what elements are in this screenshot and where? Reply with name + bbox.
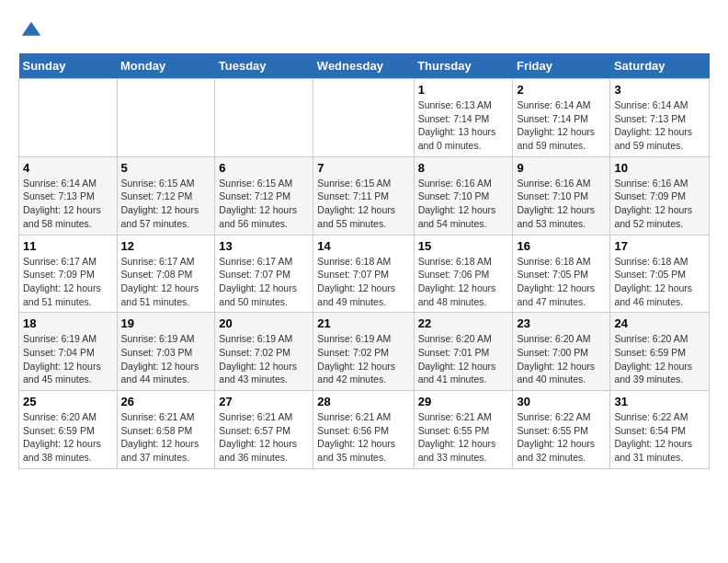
day-info: Sunrise: 6:15 AMSunset: 7:12 PMDaylight:… xyxy=(121,177,211,231)
week-row-1: 1Sunrise: 6:13 AMSunset: 7:14 PMDaylight… xyxy=(19,79,710,157)
day-number: 2 xyxy=(517,83,606,97)
day-info: Sunrise: 6:19 AMSunset: 7:02 PMDaylight:… xyxy=(219,332,309,386)
day-number: 25 xyxy=(23,395,113,408)
calendar-cell xyxy=(19,79,118,157)
day-number: 22 xyxy=(418,316,509,330)
day-info: Sunrise: 6:17 AMSunset: 7:07 PMDaylight:… xyxy=(219,255,309,309)
calendar-cell: 2Sunrise: 6:14 AMSunset: 7:14 PMDaylight… xyxy=(513,79,610,157)
day-number: 5 xyxy=(121,161,211,175)
calendar-cell: 28Sunrise: 6:21 AMSunset: 6:56 PMDayligh… xyxy=(313,391,414,469)
calendar-cell: 24Sunrise: 6:20 AMSunset: 6:59 PMDayligh… xyxy=(610,313,710,391)
page-header xyxy=(18,18,710,44)
day-info: Sunrise: 6:17 AMSunset: 7:09 PMDaylight:… xyxy=(23,255,113,309)
logo-icon xyxy=(18,18,44,44)
day-header-thursday: Thursday xyxy=(414,53,513,79)
day-info: Sunrise: 6:20 AMSunset: 7:00 PMDaylight:… xyxy=(517,332,606,386)
day-number: 20 xyxy=(219,316,309,330)
calendar-cell: 7Sunrise: 6:15 AMSunset: 7:11 PMDaylight… xyxy=(313,156,414,235)
day-number: 1 xyxy=(418,83,509,97)
day-info: Sunrise: 6:20 AMSunset: 7:01 PMDaylight:… xyxy=(418,332,509,386)
day-info: Sunrise: 6:18 AMSunset: 7:06 PMDaylight:… xyxy=(418,255,509,309)
header-row: SundayMondayTuesdayWednesdayThursdayFrid… xyxy=(19,53,710,79)
day-number: 30 xyxy=(517,395,606,408)
day-info: Sunrise: 6:16 AMSunset: 7:10 PMDaylight:… xyxy=(517,177,606,231)
calendar-cell: 11Sunrise: 6:17 AMSunset: 7:09 PMDayligh… xyxy=(19,235,118,313)
day-info: Sunrise: 6:21 AMSunset: 6:55 PMDaylight:… xyxy=(418,410,509,465)
calendar-cell: 18Sunrise: 6:19 AMSunset: 7:04 PMDayligh… xyxy=(19,313,118,391)
calendar-cell: 30Sunrise: 6:22 AMSunset: 6:55 PMDayligh… xyxy=(513,391,610,469)
day-number: 24 xyxy=(614,316,705,330)
calendar-cell: 27Sunrise: 6:21 AMSunset: 6:57 PMDayligh… xyxy=(215,391,313,469)
day-number: 3 xyxy=(614,83,705,97)
day-info: Sunrise: 6:13 AMSunset: 7:14 PMDaylight:… xyxy=(418,98,509,153)
calendar-cell: 19Sunrise: 6:19 AMSunset: 7:03 PMDayligh… xyxy=(117,313,215,391)
day-number: 8 xyxy=(418,161,509,175)
day-number: 19 xyxy=(121,316,211,330)
day-header-monday: Monday xyxy=(117,53,215,79)
calendar-cell: 26Sunrise: 6:21 AMSunset: 6:58 PMDayligh… xyxy=(117,391,215,469)
day-header-wednesday: Wednesday xyxy=(313,53,414,79)
day-info: Sunrise: 6:16 AMSunset: 7:10 PMDaylight:… xyxy=(418,177,509,231)
calendar-cell: 21Sunrise: 6:19 AMSunset: 7:02 PMDayligh… xyxy=(313,313,414,391)
calendar-cell xyxy=(215,79,313,157)
day-info: Sunrise: 6:20 AMSunset: 6:59 PMDaylight:… xyxy=(614,332,705,386)
calendar-cell: 9Sunrise: 6:16 AMSunset: 7:10 PMDaylight… xyxy=(513,156,610,235)
day-number: 31 xyxy=(614,395,705,408)
calendar-cell: 14Sunrise: 6:18 AMSunset: 7:07 PMDayligh… xyxy=(313,235,414,313)
day-info: Sunrise: 6:15 AMSunset: 7:12 PMDaylight:… xyxy=(219,177,309,231)
day-info: Sunrise: 6:19 AMSunset: 7:02 PMDaylight:… xyxy=(317,332,409,386)
week-row-5: 25Sunrise: 6:20 AMSunset: 6:59 PMDayligh… xyxy=(19,391,710,469)
week-row-2: 4Sunrise: 6:14 AMSunset: 7:13 PMDaylight… xyxy=(19,156,710,235)
day-info: Sunrise: 6:22 AMSunset: 6:54 PMDaylight:… xyxy=(614,410,705,465)
day-number: 16 xyxy=(517,239,606,253)
day-header-saturday: Saturday xyxy=(610,53,710,79)
day-info: Sunrise: 6:21 AMSunset: 6:57 PMDaylight:… xyxy=(219,410,309,465)
calendar-table: SundayMondayTuesdayWednesdayThursdayFrid… xyxy=(18,53,710,469)
calendar-cell: 22Sunrise: 6:20 AMSunset: 7:01 PMDayligh… xyxy=(414,313,513,391)
day-number: 29 xyxy=(418,395,509,408)
calendar-cell: 6Sunrise: 6:15 AMSunset: 7:12 PMDaylight… xyxy=(215,156,313,235)
calendar-cell: 15Sunrise: 6:18 AMSunset: 7:06 PMDayligh… xyxy=(414,235,513,313)
calendar-cell: 16Sunrise: 6:18 AMSunset: 7:05 PMDayligh… xyxy=(513,235,610,313)
calendar-cell: 4Sunrise: 6:14 AMSunset: 7:13 PMDaylight… xyxy=(19,156,118,235)
calendar-cell: 10Sunrise: 6:16 AMSunset: 7:09 PMDayligh… xyxy=(610,156,710,235)
day-number: 10 xyxy=(614,161,705,175)
day-info: Sunrise: 6:14 AMSunset: 7:14 PMDaylight:… xyxy=(517,98,606,153)
day-info: Sunrise: 6:18 AMSunset: 7:07 PMDaylight:… xyxy=(317,255,409,309)
day-number: 28 xyxy=(317,395,409,408)
day-info: Sunrise: 6:20 AMSunset: 6:59 PMDaylight:… xyxy=(23,410,113,465)
day-number: 13 xyxy=(219,239,309,253)
logo xyxy=(18,18,48,44)
week-row-3: 11Sunrise: 6:17 AMSunset: 7:09 PMDayligh… xyxy=(19,235,710,313)
day-number: 12 xyxy=(121,239,211,253)
day-number: 7 xyxy=(317,161,409,175)
day-number: 11 xyxy=(23,239,113,253)
day-info: Sunrise: 6:15 AMSunset: 7:11 PMDaylight:… xyxy=(317,177,409,231)
day-info: Sunrise: 6:21 AMSunset: 6:58 PMDaylight:… xyxy=(121,410,211,465)
calendar-cell: 3Sunrise: 6:14 AMSunset: 7:13 PMDaylight… xyxy=(610,79,710,157)
calendar-cell: 13Sunrise: 6:17 AMSunset: 7:07 PMDayligh… xyxy=(215,235,313,313)
week-row-4: 18Sunrise: 6:19 AMSunset: 7:04 PMDayligh… xyxy=(19,313,710,391)
day-number: 23 xyxy=(517,316,606,330)
day-info: Sunrise: 6:18 AMSunset: 7:05 PMDaylight:… xyxy=(517,255,606,309)
day-info: Sunrise: 6:14 AMSunset: 7:13 PMDaylight:… xyxy=(614,98,705,153)
day-info: Sunrise: 6:17 AMSunset: 7:08 PMDaylight:… xyxy=(121,255,211,309)
day-info: Sunrise: 6:16 AMSunset: 7:09 PMDaylight:… xyxy=(614,177,705,231)
calendar-cell: 1Sunrise: 6:13 AMSunset: 7:14 PMDaylight… xyxy=(414,79,513,157)
day-number: 27 xyxy=(219,395,309,408)
day-number: 14 xyxy=(317,239,409,253)
calendar-cell xyxy=(313,79,414,157)
day-number: 18 xyxy=(23,316,113,330)
day-number: 15 xyxy=(418,239,509,253)
calendar-cell: 31Sunrise: 6:22 AMSunset: 6:54 PMDayligh… xyxy=(610,391,710,469)
calendar-cell: 5Sunrise: 6:15 AMSunset: 7:12 PMDaylight… xyxy=(117,156,215,235)
svg-marker-0 xyxy=(22,22,41,36)
calendar-cell: 12Sunrise: 6:17 AMSunset: 7:08 PMDayligh… xyxy=(117,235,215,313)
calendar-cell: 23Sunrise: 6:20 AMSunset: 7:00 PMDayligh… xyxy=(513,313,610,391)
day-info: Sunrise: 6:18 AMSunset: 7:05 PMDaylight:… xyxy=(614,255,705,309)
day-info: Sunrise: 6:21 AMSunset: 6:56 PMDaylight:… xyxy=(317,410,409,465)
calendar-cell: 25Sunrise: 6:20 AMSunset: 6:59 PMDayligh… xyxy=(19,391,118,469)
day-number: 21 xyxy=(317,316,409,330)
day-info: Sunrise: 6:14 AMSunset: 7:13 PMDaylight:… xyxy=(23,177,113,231)
calendar-cell: 29Sunrise: 6:21 AMSunset: 6:55 PMDayligh… xyxy=(414,391,513,469)
